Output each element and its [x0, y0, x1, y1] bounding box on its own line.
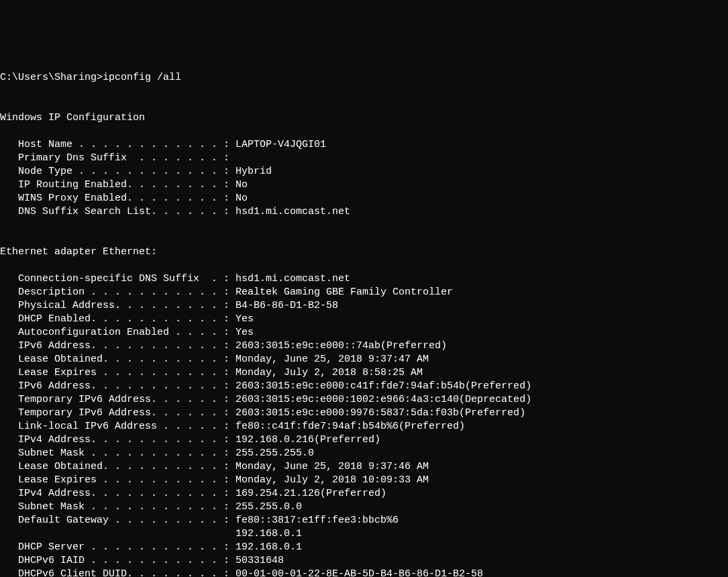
config-row: Subnet Mask . . . . . . . . . . . : 255.…	[0, 448, 314, 459]
config-row: Primary Dns Suffix . . . . . . . :	[0, 152, 236, 164]
terminal-output: C:\Users\Sharing>ipconfig /all Windows I…	[0, 54, 728, 577]
config-row: DHCPv6 Client DUID. . . . . . . . : 00-0…	[0, 568, 483, 577]
config-row: Host Name . . . . . . . . . . . . : LAPT…	[0, 139, 326, 150]
config-row: Lease Expires . . . . . . . . . . : Mond…	[0, 474, 429, 486]
prompt: C:\Users\Sharing>	[0, 72, 103, 83]
section-title-1: Windows IP Configuration	[0, 112, 145, 123]
config-row: Lease Obtained. . . . . . . . . . : Mond…	[0, 461, 429, 472]
config-row: Description . . . . . . . . . . . : Real…	[0, 286, 453, 298]
config-row: Temporary IPv6 Address. . . . . . : 2603…	[0, 407, 525, 419]
config-row: IPv6 Address. . . . . . . . . . . : 2603…	[0, 340, 447, 352]
config-row: IPv4 Address. . . . . . . . . . . : 192.…	[0, 434, 380, 445]
config-row: DNS Suffix Search List. . . . . . : hsd1…	[0, 206, 350, 217]
section-title-2: Ethernet adapter Ethernet:	[0, 246, 157, 258]
command: ipconfig /all	[103, 72, 181, 83]
config-row: DHCPv6 IAID . . . . . . . . . . . : 5033…	[0, 555, 284, 566]
config-row: DHCP Enabled. . . . . . . . . . . : Yes	[0, 313, 254, 325]
config-row: WINS Proxy Enabled. . . . . . . . : No	[0, 193, 248, 204]
ip-config-block: Host Name . . . . . . . . . . . . : LAPT…	[0, 138, 728, 219]
config-row: Lease Obtained. . . . . . . . . . : Mond…	[0, 354, 429, 365]
config-row: DHCP Server . . . . . . . . . . . : 192.…	[0, 541, 302, 553]
config-row: Connection-specific DNS Suffix . : hsd1.…	[0, 273, 350, 284]
adapter-block: Connection-specific DNS Suffix . : hsd1.…	[0, 272, 728, 577]
config-row: IP Routing Enabled. . . . . . . . : No	[0, 179, 248, 191]
config-row: Lease Expires . . . . . . . . . . : Mond…	[0, 367, 423, 378]
config-row: Default Gateway . . . . . . . . . : fe80…	[0, 515, 399, 526]
config-row: IPv4 Address. . . . . . . . . . . : 169.…	[0, 488, 386, 499]
config-row: IPv6 Address. . . . . . . . . . . : 2603…	[0, 380, 531, 392]
config-row: Physical Address. . . . . . . . . : B4-B…	[0, 300, 338, 311]
config-row: Subnet Mask . . . . . . . . . . . : 255.…	[0, 501, 302, 513]
config-row: Temporary IPv6 Address. . . . . . : 2603…	[0, 394, 531, 405]
config-row-extra: 192.168.0.1	[0, 528, 302, 539]
config-row: Node Type . . . . . . . . . . . . : Hybr…	[0, 166, 272, 177]
config-row: Link-local IPv6 Address . . . . . : fe80…	[0, 421, 465, 432]
prompt-line[interactable]: C:\Users\Sharing>ipconfig /all	[0, 72, 181, 83]
config-row: Autoconfiguration Enabled . . . . : Yes	[0, 327, 254, 338]
